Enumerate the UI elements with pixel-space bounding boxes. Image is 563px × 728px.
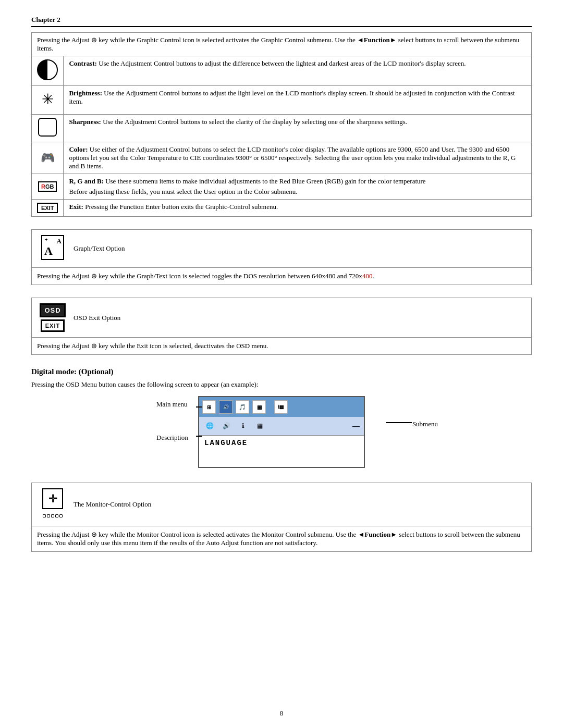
- move-icon: ✛: [42, 488, 63, 509]
- sharpness-title: Sharpness:: [69, 118, 101, 126]
- monitor-control-label: The Monitor-Control Option: [74, 500, 151, 509]
- osd-screen: ⊞ 🔊 🎵 ▦ ℹ▦ 🌐 🔊 ℹ ▦ —: [198, 396, 365, 468]
- gear-dot-4: [55, 514, 58, 517]
- color-text-cell: Color: Use either of the Adjustment Cont…: [64, 142, 532, 174]
- function-bold-monitor: Function: [364, 530, 390, 538]
- submenu-label: Submenu: [412, 420, 438, 428]
- exit-text: Pressing the Function Enter button exits…: [85, 203, 278, 211]
- gear-icon-wrapper: [41, 511, 64, 521]
- exit-icon: EXIT: [37, 203, 58, 213]
- b-letter: B: [50, 183, 54, 190]
- digital-mode-section: Digital mode: (Optional) Pressing the OS…: [31, 367, 532, 552]
- chapter-label: Chapter 2: [31, 16, 60, 24]
- page-footer: 8: [0, 709, 563, 718]
- diagram-wrap: Main menu Description Submenu ⊞: [156, 396, 407, 468]
- star-mark: ✦: [44, 237, 48, 242]
- description-label: Description: [156, 434, 188, 442]
- graph-text-option-inner: ✦ A A Graph/Text Option: [32, 230, 531, 268]
- osd-submenu-icon-3: ℹ: [237, 420, 249, 433]
- osd-menu-icon-4: ▦: [252, 400, 266, 414]
- digital-mode-title: Digital mode: (Optional): [31, 367, 532, 376]
- osd-menu-icon-1: ⊞: [202, 400, 216, 414]
- function-bold: Function: [364, 36, 390, 44]
- osd-exit2-icon: EXIT: [41, 319, 65, 332]
- gear-dots: [43, 514, 63, 517]
- osd-exit-label: OSD Exit Option: [74, 314, 120, 322]
- rgb-extra-text: Before adjusting these fields, you must …: [69, 188, 526, 196]
- osd-icon: OSD: [40, 303, 65, 317]
- table-row-rgb: RGB R, G and B: Use these submenu items …: [32, 174, 532, 200]
- graph-text-icon: ✦ A A: [41, 235, 64, 260]
- table-row-contrast: Contrast: Use the Adjustment Control but…: [32, 56, 532, 86]
- g-letter: G: [45, 183, 50, 190]
- contrast-text-cell: Contrast: Use the Adjustment Control but…: [64, 56, 532, 86]
- monitor-control-option-inner: ✛ The Monitor-Control Option: [32, 483, 531, 526]
- osd-diagram-container: Main menu Description Submenu ⊞: [31, 396, 532, 468]
- contrast-icon: [37, 59, 58, 80]
- top-description-cell: Pressing the Adjust ⊕ key while the Grap…: [32, 33, 532, 56]
- digital-mode-intro: Pressing the OSD Menu button causes the …: [31, 380, 532, 389]
- color-icon: 🎮: [41, 151, 55, 164]
- r-letter: R: [41, 183, 45, 190]
- osd-menu-icon-2: 🔊: [219, 400, 232, 414]
- rgb-text-cell: R, G and B: Use these submenu items to m…: [64, 174, 532, 200]
- description-arrow-line: [196, 436, 202, 437]
- page-header: Chapter 2: [31, 16, 532, 27]
- osd-exit-option-box: OSD EXIT OSD Exit Option Pressing the Ad…: [31, 298, 532, 355]
- sharpness-icon: [38, 118, 57, 137]
- color-text: Use either of the Adjustment Control but…: [69, 145, 516, 170]
- sharpness-icon-cell: [32, 115, 64, 142]
- page-number: 8: [280, 709, 284, 717]
- brightness-text-cell: Brightness: Use the Adjustment Control b…: [64, 86, 532, 115]
- monitor-icon-wrap: ✛: [37, 488, 68, 521]
- red-400: 400: [362, 272, 373, 280]
- graphic-control-table: Pressing the Adjust ⊕ key while the Grap…: [31, 32, 532, 217]
- monitor-control-description: Pressing the Adjust ⊕ key while the Moni…: [32, 526, 531, 551]
- main-menu-label: Main menu: [156, 400, 188, 409]
- graph-text-desc-text: Pressing the Adjust ⊕ key while the Grap…: [37, 272, 374, 280]
- rgb-icon: RGB: [38, 181, 57, 192]
- osd-submenu-icon-4: ▦: [253, 420, 266, 433]
- osd-exit-description: Pressing the Adjust ⊕ key while the Exit…: [32, 338, 531, 354]
- table-row-sharpness: Sharpness: Use the Adjustment Control bu…: [32, 115, 532, 142]
- sharpness-text-cell: Sharpness: Use the Adjustment Control bu…: [64, 115, 532, 142]
- contrast-text: Use the Adjustment Control buttons to ad…: [99, 59, 466, 67]
- table-row-description: Pressing the Adjust ⊕ key while the Grap…: [32, 33, 532, 56]
- osd-submenu-icon-1: 🌐: [203, 420, 216, 433]
- graph-text-description: Pressing the Adjust ⊕ key while the Grap…: [32, 268, 531, 285]
- rgb-icon-cell: RGB: [32, 174, 64, 200]
- osd-language-label: LANGUAGE: [199, 436, 364, 467]
- table-row-color: 🎮 Color: Use either of the Adjustment Co…: [32, 142, 532, 174]
- submenu-arrow-line: [386, 422, 412, 423]
- osd-exit-option-inner: OSD EXIT OSD Exit Option: [32, 298, 531, 338]
- osd-menu-icon-3: 🎵: [236, 400, 249, 414]
- exit-title: Exit:: [69, 203, 83, 211]
- exit-text-cell: Exit: Pressing the Function Enter button…: [64, 200, 532, 217]
- osd-icon-wrap: OSD EXIT: [37, 303, 68, 332]
- graph-text-icon-cell: ✦ A A: [37, 235, 68, 262]
- contrast-icon-cell: [32, 56, 64, 86]
- color-icon-cell: 🎮: [32, 142, 64, 174]
- table-row-exit: EXIT Exit: Pressing the Function Enter b…: [32, 200, 532, 217]
- graph-text-option-box: ✦ A A Graph/Text Option Pressing the Adj…: [31, 229, 532, 285]
- osd-submenu-dash: —: [352, 422, 360, 430]
- rgb-text: Use these submenu items to make individu…: [105, 177, 425, 185]
- color-title: Color:: [69, 145, 88, 153]
- osd-top-bar: ⊞ 🔊 🎵 ▦ ℹ▦: [199, 397, 364, 417]
- gear-dot-3: [51, 514, 54, 517]
- top-description-text: Pressing the Adjust ⊕ key while the Grap…: [37, 36, 519, 52]
- gear-dot-2: [47, 514, 50, 517]
- brightness-title: Brightness:: [69, 89, 102, 97]
- page: Chapter 2 Pressing the Adjust ⊕ key whil…: [0, 0, 563, 728]
- sharpness-text: Use the Adjustment Control buttons to se…: [103, 118, 407, 126]
- rgb-title: R, G and B:: [69, 177, 103, 185]
- table-row-brightness: ✳ Brightness: Use the Adjustment Control…: [32, 86, 532, 115]
- monitor-control-option-box: ✛ The Monitor-Control Option: [31, 483, 532, 552]
- big-a: A: [44, 244, 53, 258]
- gear-dot-5: [59, 514, 63, 517]
- osd-menu-icon-5: ℹ▦: [274, 400, 288, 414]
- monitor-control-icon-cell: ✛: [37, 488, 68, 521]
- main-menu-arrow-line: [196, 406, 202, 408]
- osd-exit-desc-text: Pressing the Adjust ⊕ key while the Exit…: [37, 342, 268, 350]
- osd-submenu-icon-2: 🔊: [220, 420, 232, 433]
